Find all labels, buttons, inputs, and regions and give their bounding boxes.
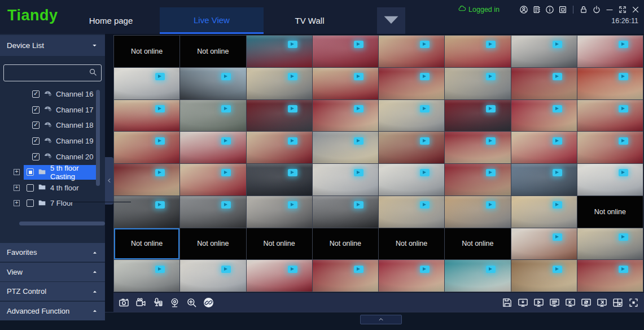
- camera-tile[interactable]: [313, 260, 378, 292]
- camera-tile[interactable]: [114, 68, 179, 99]
- device-list-header[interactable]: Device List: [0, 35, 105, 56]
- camera-tile[interactable]: [247, 132, 312, 163]
- folder-checkbox[interactable]: [27, 168, 34, 176]
- camera-tile[interactable]: [445, 100, 510, 132]
- save-view-icon[interactable]: [502, 297, 512, 308]
- sidebar-section-ptz-control[interactable]: PTZ Control: [0, 282, 105, 301]
- camera-tile[interactable]: [379, 132, 444, 163]
- camera-tile[interactable]: [445, 164, 510, 196]
- offline-tile[interactable]: Not online: [247, 228, 312, 260]
- camera-tile[interactable]: [379, 260, 444, 292]
- camera-tile[interactable]: [247, 196, 312, 228]
- channel-checkbox[interactable]: [32, 137, 40, 145]
- folder-row[interactable]: 5 th floor Casting: [24, 165, 98, 180]
- camera-tile[interactable]: [247, 100, 312, 132]
- camera-tile[interactable]: [511, 260, 577, 292]
- camera-tile[interactable]: [180, 164, 246, 196]
- monitor-prev-icon[interactable]: [565, 297, 576, 308]
- tab-tv-wall[interactable]: TV Wall: [264, 7, 356, 34]
- record-icon[interactable]: [135, 297, 146, 308]
- offline-tile[interactable]: Not online: [180, 36, 246, 67]
- folder-checkbox[interactable]: [27, 184, 34, 192]
- expand-plus-icon[interactable]: +: [14, 169, 20, 175]
- camera-tile[interactable]: [180, 196, 246, 228]
- camera-tile[interactable]: [445, 196, 510, 228]
- camera-tile[interactable]: [511, 68, 577, 99]
- camera-tile[interactable]: [379, 196, 444, 228]
- monitor-list-icon[interactable]: [549, 297, 560, 308]
- tab-home-page[interactable]: Home page: [62, 7, 160, 34]
- sidebar-section-favorites[interactable]: Favorites: [0, 243, 105, 262]
- offline-tile[interactable]: Not online: [313, 228, 378, 260]
- camera-tile[interactable]: [180, 68, 246, 99]
- info-icon[interactable]: [545, 5, 554, 14]
- camera-tile[interactable]: [180, 132, 246, 163]
- expand-plus-icon[interactable]: +: [14, 185, 20, 191]
- camera-tile[interactable]: [577, 132, 643, 163]
- search-input[interactable]: [8, 69, 89, 77]
- fullscreen-view-icon[interactable]: [628, 297, 639, 308]
- tree-item-channel[interactable]: Channel 17: [0, 102, 105, 118]
- tree-horizontal-scrollbar[interactable]: [19, 222, 105, 225]
- offline-tile[interactable]: Not online: [379, 228, 444, 260]
- camera-tile[interactable]: [247, 260, 312, 292]
- tree-item-channel[interactable]: Channel 16: [0, 86, 105, 102]
- sidebar-section-advanced-function[interactable]: Advanced Function: [0, 302, 105, 320]
- channel-checkbox[interactable]: [32, 153, 40, 160]
- camera-tile[interactable]: [577, 36, 643, 67]
- offline-tile[interactable]: Not online: [180, 228, 246, 260]
- camera-tile[interactable]: [445, 132, 510, 163]
- camera-tile[interactable]: [577, 228, 643, 260]
- camera-tile[interactable]: [511, 164, 577, 196]
- tree-item-folder[interactable]: +5 th floor Casting: [0, 164, 105, 180]
- monitor-down-icon[interactable]: [518, 297, 528, 308]
- camera-tile[interactable]: [511, 100, 577, 132]
- app-window-icon[interactable]: [558, 5, 567, 14]
- camera-tile[interactable]: [247, 164, 312, 196]
- tree-vertical-scrollbar[interactable]: [96, 90, 100, 186]
- camera-tile[interactable]: [379, 68, 444, 99]
- fullscreen-icon[interactable]: [618, 5, 627, 14]
- link-icon[interactable]: [203, 297, 214, 308]
- monitor-cycle-icon[interactable]: [581, 297, 592, 308]
- digital-zoom-icon[interactable]: [186, 297, 197, 308]
- camera-tile[interactable]: [114, 100, 179, 132]
- tab-live-view[interactable]: Live View: [160, 7, 264, 34]
- channel-checkbox[interactable]: [32, 121, 40, 129]
- talk-icon[interactable]: [152, 297, 163, 308]
- monitor-next-icon[interactable]: [597, 297, 607, 308]
- camera-tile[interactable]: [379, 36, 444, 67]
- lock-icon[interactable]: [579, 5, 588, 14]
- minimize-icon[interactable]: [605, 5, 614, 14]
- offline-tile[interactable]: Not online: [445, 228, 510, 260]
- folder-row[interactable]: 4 th floor: [24, 180, 98, 195]
- close-icon[interactable]: [631, 5, 640, 14]
- monitor-play-icon[interactable]: [533, 297, 544, 308]
- camera-tile[interactable]: [313, 196, 378, 228]
- channel-checkbox[interactable]: [32, 90, 40, 98]
- camera-tile[interactable]: [445, 36, 510, 67]
- tabs-dropdown-button[interactable]: [377, 7, 405, 34]
- expand-plus-icon[interactable]: +: [14, 200, 20, 206]
- tree-item-channel[interactable]: Channel 20: [0, 149, 105, 164]
- camera-tile[interactable]: [313, 132, 378, 163]
- tree-item-channel[interactable]: Channel 19: [0, 133, 105, 149]
- camera-tile[interactable]: [114, 132, 179, 163]
- camera-tile[interactable]: [247, 68, 312, 99]
- offline-tile[interactable]: Not online: [114, 36, 179, 67]
- camera-tile[interactable]: [511, 228, 577, 260]
- camera-tile[interactable]: [511, 36, 577, 67]
- snapshot-icon[interactable]: [119, 297, 129, 308]
- camera-tile[interactable]: [114, 260, 179, 292]
- camera-tile[interactable]: [511, 196, 577, 228]
- camera-tile[interactable]: [445, 260, 510, 292]
- camera-tile[interactable]: [445, 68, 510, 99]
- split-screen-icon[interactable]: [612, 297, 623, 308]
- camera-tile[interactable]: [577, 164, 643, 196]
- camera-tile[interactable]: [313, 68, 378, 99]
- camera-tile[interactable]: [379, 164, 444, 196]
- camera-tile[interactable]: [577, 100, 643, 132]
- camera-tile[interactable]: [379, 100, 444, 132]
- camera-tile[interactable]: [313, 164, 378, 196]
- camera-tile[interactable]: [114, 164, 179, 196]
